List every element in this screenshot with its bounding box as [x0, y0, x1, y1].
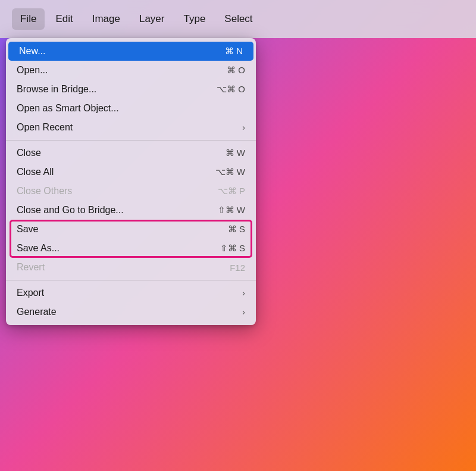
menu-layer[interactable]: Layer [131, 8, 173, 30]
menu-item-close-all-shortcut: ⌥⌘ W [215, 167, 245, 177]
menu-item-generate-label: Generate [17, 307, 57, 317]
save-group: Save ⌘ S Save As... ⇧⌘ S [6, 220, 256, 258]
menu-item-revert-label: Revert [17, 262, 45, 273]
menu-item-save[interactable]: Save ⌘ S [6, 220, 256, 239]
menu-item-smart[interactable]: Open as Smart Object... [6, 99, 256, 118]
menu-item-browse[interactable]: Browse in Bridge... ⌥⌘ O [6, 80, 256, 99]
separator-1 [6, 140, 256, 141]
menu-item-generate[interactable]: Generate › [6, 302, 256, 322]
menu-item-close-label: Close [17, 148, 41, 158]
menu-item-revert-shortcut: F12 [230, 263, 245, 273]
menu-item-open[interactable]: Open... ⌘ O [6, 61, 256, 80]
menu-item-close-all-label: Close All [17, 167, 54, 177]
menu-item-close-bridge-shortcut: ⇧⌘ W [218, 205, 245, 216]
menu-item-export[interactable]: Export › [6, 283, 256, 302]
submenu-chevron-recent: › [242, 123, 245, 132]
menu-item-save-as-shortcut: ⇧⌘ S [220, 243, 245, 254]
menu-item-browse-label: Browse in Bridge... [17, 84, 96, 95]
menu-bar: File Edit Image Layer Type Select [0, 0, 476, 38]
menu-item-close-bridge[interactable]: Close and Go to Bridge... ⇧⌘ W [6, 201, 256, 220]
menu-item-save-as-label: Save As... [17, 243, 60, 254]
menu-item-open-label: Open... [17, 65, 48, 76]
separator-2 [6, 280, 256, 280]
menu-item-browse-shortcut: ⌥⌘ O [217, 84, 245, 95]
menu-file[interactable]: File [12, 8, 45, 30]
menu-item-new[interactable]: New... ⌘ N [8, 42, 253, 61]
file-dropdown: New... ⌘ N Open... ⌘ O Browse in Bridge.… [6, 38, 256, 325]
menu-item-close-others: Close Others ⌥⌘ P [6, 182, 256, 201]
menu-item-close-all[interactable]: Close All ⌥⌘ W [6, 163, 256, 182]
menu-select[interactable]: Select [216, 8, 261, 30]
menu-item-recent[interactable]: Open Recent › [6, 118, 256, 137]
menu-type[interactable]: Type [175, 8, 214, 30]
menu-item-close-others-label: Close Others [17, 186, 72, 196]
submenu-chevron-generate: › [242, 307, 245, 317]
menu-item-revert: Revert F12 [6, 258, 256, 277]
menu-item-smart-label: Open as Smart Object... [17, 103, 119, 114]
menu-item-export-label: Export [17, 288, 44, 298]
menu-item-open-shortcut: ⌘ O [227, 65, 245, 76]
menu-item-recent-label: Open Recent [17, 122, 73, 133]
menu-item-close-shortcut: ⌘ W [226, 148, 245, 158]
submenu-chevron-export: › [242, 288, 245, 298]
menu-edit[interactable]: Edit [47, 8, 81, 30]
menu-item-close-others-shortcut: ⌥⌘ P [218, 186, 245, 196]
menu-item-new-label: New... [19, 46, 45, 57]
menu-item-save-label: Save [17, 224, 38, 235]
menu-item-new-shortcut: ⌘ N [225, 46, 243, 57]
menu-item-save-shortcut: ⌘ S [228, 224, 245, 235]
menu-item-close[interactable]: Close ⌘ W [6, 144, 256, 163]
menu-image[interactable]: Image [84, 8, 129, 30]
menu-item-close-bridge-label: Close and Go to Bridge... [17, 205, 124, 216]
menu-item-save-as[interactable]: Save As... ⇧⌘ S [6, 239, 256, 258]
